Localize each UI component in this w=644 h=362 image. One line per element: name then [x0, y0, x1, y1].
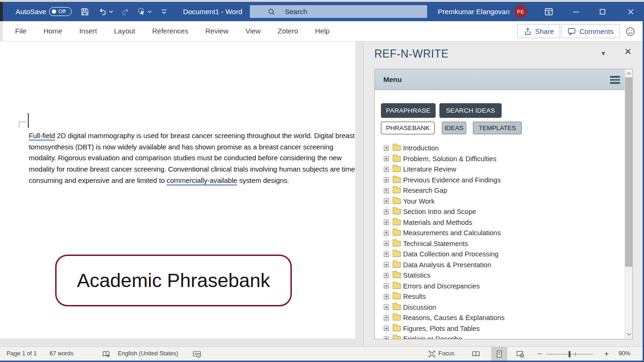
- tree-node-data-analysis[interactable]: +Data Analysis & Presentation: [375, 260, 624, 271]
- focus-mode-button[interactable]: Focus: [428, 347, 454, 361]
- tab-file[interactable]: File: [7, 21, 35, 41]
- touch-mode-dropdown[interactable]: [146, 6, 153, 17]
- scrollbar-thumb[interactable]: [625, 77, 632, 267]
- read-mode-button[interactable]: [471, 350, 480, 360]
- save-button[interactable]: [79, 6, 91, 17]
- expand-plus-icon[interactable]: +: [384, 273, 389, 278]
- ribbon-display-options-button[interactable]: [543, 6, 554, 17]
- tab-layout[interactable]: Layout: [106, 21, 144, 41]
- tree-node-data-collection[interactable]: +Data Collection and Processing: [375, 249, 624, 260]
- expand-plus-icon[interactable]: +: [384, 156, 389, 161]
- zoom-in-button[interactable]: +: [604, 347, 609, 361]
- tree-node-discussion[interactable]: +Discussion: [375, 302, 624, 313]
- page-indicator[interactable]: Page 1 of 1: [7, 347, 37, 361]
- zoom-slider[interactable]: [546, 351, 593, 357]
- pane-options-dropdown[interactable]: ▾: [602, 49, 605, 58]
- tree-node-introduction[interactable]: +Introduction: [375, 143, 624, 154]
- customize-quick-access-toolbar-button[interactable]: [158, 6, 170, 17]
- academic-phrasebank-textbox[interactable]: Academic Phrasebank: [55, 255, 292, 306]
- paraphrase-button[interactable]: PARAPHRASE: [381, 103, 436, 118]
- expand-plus-icon[interactable]: +: [384, 188, 389, 193]
- tab-home[interactable]: Home: [35, 21, 71, 41]
- tree-node-your-work[interactable]: +Your Work: [375, 196, 624, 207]
- expand-plus-icon[interactable]: +: [384, 252, 389, 257]
- comments-button[interactable]: Comments: [561, 24, 620, 38]
- folder-icon: [393, 336, 401, 339]
- word-count[interactable]: 67 words: [50, 347, 74, 361]
- tree-node-problem-solution[interactable]: +Problem, Solution & Difficulties: [375, 154, 624, 165]
- expand-plus-icon[interactable]: +: [384, 177, 389, 182]
- tab-insert[interactable]: Insert: [71, 21, 106, 41]
- scrollbar-up-icon[interactable]: [625, 70, 632, 77]
- maximize-button[interactable]: [593, 2, 612, 21]
- paragraph-text[interactable]: system designs.: [237, 176, 289, 184]
- feedback-button[interactable]: [624, 25, 636, 38]
- expand-plus-icon[interactable]: +: [384, 167, 389, 172]
- scrollbar-down-icon[interactable]: [625, 330, 632, 338]
- tree-node-results[interactable]: +Results: [375, 291, 624, 302]
- document-paragraph[interactable]: Full-field 2D digital mammography is use…: [29, 130, 359, 186]
- tree-node-label: Technical Statements: [403, 240, 468, 247]
- hamburger-icon[interactable]: [610, 76, 620, 84]
- tab-references[interactable]: References: [144, 21, 197, 41]
- search-ideas-button[interactable]: SEARCH IDEAS: [439, 103, 502, 118]
- print-layout-button[interactable]: [491, 347, 507, 361]
- expand-plus-icon[interactable]: +: [384, 241, 389, 246]
- zoom-slider-handle[interactable]: [569, 351, 570, 357]
- tree-node-reasons-causes[interactable]: +Reasons, Causes & Explanations: [375, 313, 624, 323]
- document-page[interactable]: Full-field 2D digital mammography is use…: [0, 41, 356, 338]
- expand-plus-icon[interactable]: +: [384, 262, 389, 267]
- autosave-toggle[interactable]: Off: [49, 7, 72, 16]
- minimize-button[interactable]: [567, 2, 586, 21]
- search-icon: [268, 8, 275, 16]
- undo-button[interactable]: [97, 6, 108, 17]
- tree-node-statistics[interactable]: +Statistics: [375, 270, 624, 281]
- expand-plus-icon[interactable]: +: [384, 315, 389, 321]
- user-name[interactable]: Premkumar Elangovan: [438, 2, 510, 21]
- expand-plus-icon[interactable]: +: [384, 146, 389, 151]
- web-layout-button[interactable]: [516, 350, 525, 360]
- phrasebank-button[interactable]: PHRASEBANK: [381, 122, 435, 134]
- language-indicator[interactable]: English (United States): [118, 347, 178, 361]
- undo-dropdown[interactable]: [107, 6, 114, 17]
- avatar[interactable]: PE: [514, 5, 527, 18]
- expand-plus-icon[interactable]: +: [384, 283, 389, 288]
- zoom-out-button[interactable]: −: [537, 347, 542, 361]
- expand-plus-icon[interactable]: +: [384, 337, 389, 339]
- tab-help[interactable]: Help: [306, 21, 338, 41]
- expand-plus-icon[interactable]: +: [384, 198, 389, 204]
- expand-plus-icon[interactable]: +: [384, 220, 389, 225]
- share-button[interactable]: Share: [517, 24, 560, 38]
- expand-plus-icon[interactable]: +: [384, 326, 389, 331]
- pane-scrollbar[interactable]: [625, 69, 632, 339]
- ideas-button[interactable]: IDEAS: [442, 122, 466, 134]
- pane-close-button[interactable]: ✕: [624, 46, 632, 57]
- tree-node-section-intro[interactable]: +Section Intro and Scope: [375, 206, 624, 217]
- expand-plus-icon[interactable]: +: [384, 304, 389, 310]
- tree-node-technical-statements[interactable]: +Technical Statements: [375, 239, 624, 249]
- close-button[interactable]: [621, 2, 640, 21]
- tree-node-figures-plots[interactable]: +Figures, Plots and Tables: [375, 323, 624, 334]
- templates-button[interactable]: TEMPLATES: [473, 122, 522, 134]
- expand-plus-icon[interactable]: +: [384, 230, 389, 236]
- tree-node-explain-describe[interactable]: +Explain or Describe: [375, 334, 624, 339]
- tree-node-literature-review[interactable]: +Literature Review: [375, 164, 624, 175]
- expand-plus-icon[interactable]: +: [384, 209, 389, 214]
- zoom-level[interactable]: 90%: [619, 347, 630, 361]
- tree-node-research-gap[interactable]: +Research Gap: [375, 185, 624, 196]
- expand-plus-icon[interactable]: +: [384, 294, 389, 299]
- tab-view[interactable]: View: [237, 21, 269, 41]
- tab-review[interactable]: Review: [197, 21, 237, 41]
- document-updates-button[interactable]: [192, 350, 202, 360]
- tab-zotero[interactable]: Zotero: [269, 21, 306, 41]
- tree-node-measurements[interactable]: +Measurements and Calculations: [375, 228, 624, 239]
- tree-node-errors-discrepancies[interactable]: +Errors and Discrepancies: [375, 281, 624, 292]
- tree-node-previous-evidence[interactable]: +Previous Evidence and Findings: [375, 175, 624, 186]
- grammar-flagged-text[interactable]: Full-field: [29, 132, 55, 140]
- menu-bar[interactable]: Menu: [375, 69, 632, 90]
- search-input[interactable]: Search: [250, 5, 427, 18]
- grammar-flagged-text[interactable]: commercially-available: [167, 176, 238, 184]
- tree-node-materials-methods[interactable]: +Materials and Methods: [375, 217, 624, 228]
- proofing-errors-button[interactable]: [102, 350, 110, 360]
- touch-mouse-mode-button[interactable]: [136, 6, 147, 17]
